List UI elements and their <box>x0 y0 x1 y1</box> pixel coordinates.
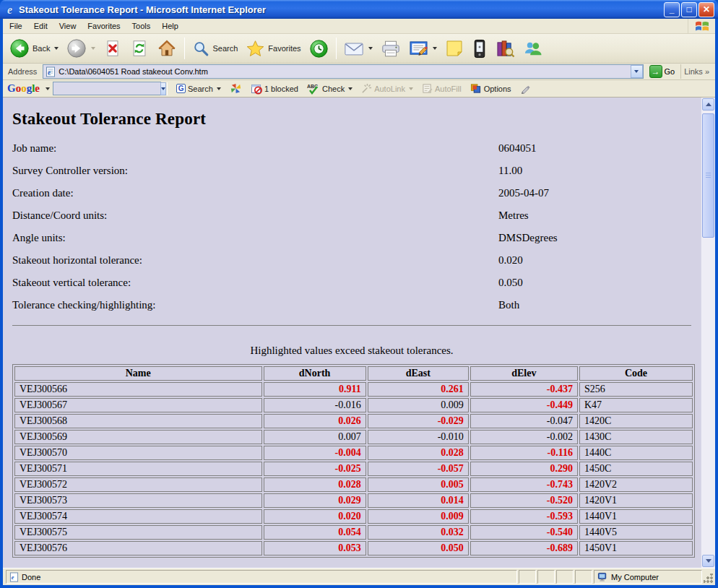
header-name: Name <box>14 366 262 381</box>
links-chevron-icon: » <box>705 67 709 76</box>
cell-dnorth: 0.007 <box>264 430 366 444</box>
forward-button[interactable] <box>63 36 99 61</box>
table-row: VEJ300575 0.054 0.032 -0.540 1440V5 <box>14 525 693 540</box>
google-g-icon: G <box>176 84 186 93</box>
cell-delev: -0.116 <box>470 446 578 460</box>
go-button[interactable]: → Go <box>647 65 678 78</box>
table-row: VEJ300574 0.020 0.009 -0.593 1440V1 <box>14 509 693 524</box>
print-button[interactable] <box>377 38 405 60</box>
edit-icon <box>409 40 428 58</box>
cell-dnorth: 0.053 <box>264 541 366 555</box>
close-button[interactable]: ✕ <box>698 2 714 17</box>
field-label: Distance/Coord units: <box>12 209 498 222</box>
magic-wand-icon <box>361 83 372 94</box>
google-search-dropdown-icon[interactable] <box>217 87 221 90</box>
field-label: Angle units: <box>12 232 498 244</box>
favorites-button[interactable]: Favorites <box>242 37 304 61</box>
cell-delev: -0.520 <box>470 493 578 508</box>
cell-code: 1440C <box>579 446 693 460</box>
field-value: 2005-04-07 <box>498 187 549 199</box>
google-search-input[interactable] <box>53 82 160 95</box>
options-button[interactable]: Options <box>467 82 514 95</box>
autolink-label: AutoLink <box>374 85 405 93</box>
messenger-button[interactable] <box>519 38 546 60</box>
mail-dropdown-icon[interactable] <box>368 47 373 50</box>
research-button[interactable] <box>492 38 519 60</box>
internet-explorer-icon: e <box>4 4 16 16</box>
maximize-button[interactable]: □ <box>681 2 697 17</box>
autofill-label: AutoFill <box>435 85 462 93</box>
report-field-row: Job name: 0604051 <box>12 137 691 160</box>
scrollbar-thumb[interactable] <box>702 113 714 238</box>
stop-button[interactable] <box>100 37 126 60</box>
back-button[interactable]: Back <box>6 36 62 61</box>
vertical-scrollbar[interactable] <box>701 98 715 568</box>
google-logo-dropdown-icon[interactable] <box>46 87 50 90</box>
mobile-favorites-button[interactable] <box>468 37 491 61</box>
favorites-star-icon <box>246 39 265 59</box>
google-search-field[interactable] <box>53 82 161 95</box>
links-button[interactable]: Links » <box>680 64 712 79</box>
site-search-button[interactable] <box>227 81 245 96</box>
home-button[interactable] <box>153 36 181 61</box>
edit-dropdown-icon[interactable] <box>433 47 437 50</box>
menu-edit[interactable]: Edit <box>28 20 53 33</box>
address-dropdown-button[interactable] <box>631 65 643 78</box>
my-computer-icon <box>597 572 608 582</box>
menu-file[interactable]: File <box>4 20 28 33</box>
google-search-button[interactable]: G Search <box>173 82 224 95</box>
mail-button[interactable] <box>340 38 376 59</box>
title-bar: e Stakeout Tolerance Report - Microsoft … <box>0 0 718 19</box>
check-dropdown-icon[interactable] <box>348 87 352 90</box>
edit-button[interactable] <box>405 38 441 60</box>
popup-blocker-button[interactable]: 1 blocked <box>248 82 301 96</box>
report-field-row: Stakeout vertical tolerance: 0.050 <box>12 272 691 294</box>
field-label: Stakeout horizontal tolerance: <box>12 254 498 267</box>
google-search-dropdown-button[interactable] <box>160 82 166 95</box>
autolink-button[interactable]: AutoLink <box>358 82 416 95</box>
cell-dnorth: -0.004 <box>264 446 366 460</box>
refresh-button[interactable] <box>126 37 152 60</box>
cell-delev: -0.689 <box>470 541 578 555</box>
scroll-up-button[interactable] <box>702 98 714 111</box>
table-row: VEJ300570 -0.004 0.028 -0.116 1440C <box>14 446 693 460</box>
minimize-button[interactable]: _ <box>664 2 680 17</box>
check-label: Check <box>322 85 345 93</box>
forward-dropdown-icon[interactable] <box>91 47 95 50</box>
menu-favorites[interactable]: Favorites <box>82 20 126 33</box>
google-logo[interactable]: Google <box>6 82 41 95</box>
pinwheel-icon <box>230 82 242 95</box>
resize-grip[interactable] <box>704 574 714 584</box>
print-icon <box>381 40 401 58</box>
refresh-icon <box>130 39 149 58</box>
discuss-button[interactable] <box>441 37 467 60</box>
spellcheck-button[interactable]: ABC Check <box>304 82 355 96</box>
autolink-dropdown-icon[interactable] <box>409 87 413 90</box>
tolerance-note: Highlighted values exceed stakeout toler… <box>12 345 691 357</box>
cell-delev: -0.437 <box>470 382 578 397</box>
field-value: DMSDegrees <box>498 232 558 244</box>
browser-viewport: Stakeout Tolerance Report Job name: 0604… <box>3 98 715 568</box>
cell-delev: -0.593 <box>470 509 578 524</box>
menu-tools[interactable]: Tools <box>126 20 157 33</box>
back-dropdown-icon[interactable] <box>54 47 59 50</box>
autofill-button[interactable]: AutoFill <box>419 82 464 95</box>
cell-dnorth: 0.029 <box>264 493 366 508</box>
cell-name: VEJ300569 <box>14 430 262 444</box>
menu-help[interactable]: Help <box>156 20 184 33</box>
cell-dnorth: 0.020 <box>264 509 366 524</box>
mail-icon <box>344 40 364 57</box>
cell-code: 1430C <box>579 430 693 444</box>
status-pane-empty <box>575 570 592 584</box>
search-button[interactable]: Search <box>189 38 241 59</box>
standard-toolbar: Back Search Favorites <box>3 34 715 64</box>
menu-view[interactable]: View <box>53 20 82 33</box>
highlighter-button[interactable] <box>517 82 534 95</box>
status-pane-empty <box>519 570 536 584</box>
address-input[interactable]: C:\Data\0604051 Road stakeout Conv.htm <box>59 67 630 76</box>
history-button[interactable] <box>306 37 332 61</box>
google-toolbar: Google G Search 1 blocked ABC Check <box>3 80 715 98</box>
divider <box>12 325 691 326</box>
address-field[interactable]: e C:\Data\0604051 Road stakeout Conv.htm <box>43 64 643 79</box>
scroll-down-button[interactable] <box>702 555 714 567</box>
